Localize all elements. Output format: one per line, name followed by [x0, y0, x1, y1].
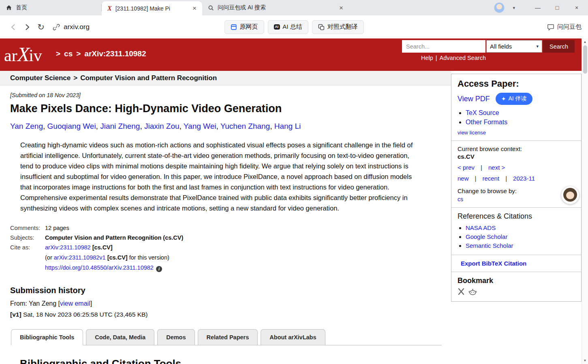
url-text: arxiv.org — [64, 23, 90, 31]
reddit-icon[interactable] — [468, 288, 477, 297]
logo-chi: X — [17, 43, 29, 66]
google-scholar-link[interactable]: Google Scholar — [466, 233, 507, 240]
prev-link[interactable]: < prev — [458, 164, 475, 171]
cite-category-tag: [cs.CV] — [107, 254, 128, 261]
references-heading: References & Citations — [458, 212, 575, 221]
tab-demos[interactable]: Demos — [157, 329, 195, 345]
browser-tabbar: 首页 X [2311.10982] Make Pi × 问问豆包或 AI 搜索 … — [0, 0, 588, 15]
subject-separator: > — [73, 74, 77, 82]
abstract-text: Creating high-dynamic videos such as mot… — [20, 140, 418, 213]
breadcrumb-separator: > — [56, 49, 60, 58]
window-controls: ▾ — □ × — [494, 0, 588, 15]
advanced-search-link[interactable]: Advanced Search — [440, 55, 486, 61]
field-select[interactable]: All fields ▾ — [486, 40, 542, 53]
forward-icon — [23, 23, 32, 32]
breadcrumb-cs-link[interactable]: cs — [64, 49, 73, 58]
paper-metadata: Comments: 12 pages Subjects: Computer Vi… — [10, 224, 434, 274]
info-icon[interactable]: i — [156, 266, 162, 272]
arxiv-logo[interactable]: arXiv — [4, 43, 42, 66]
doi-link[interactable]: https://doi.org/10.48550/arXiv.2311.1098… — [45, 264, 154, 271]
maximize-button[interactable]: □ — [552, 4, 563, 11]
close-window-button[interactable]: × — [571, 4, 582, 11]
help-link[interactable]: Help — [421, 55, 433, 61]
version-label: [v1] — [10, 311, 21, 318]
author-link[interactable]: Jiani Zheng — [100, 122, 140, 130]
nasa-ads-link[interactable]: NASA ADS — [466, 224, 496, 231]
pipe-separator: | — [436, 55, 437, 61]
tex-source-link[interactable]: TeX Source — [466, 109, 499, 116]
arxiv-version-link[interactable]: arXiv:2311.10982v1 — [54, 254, 106, 261]
author-link[interactable]: Jiaxin Zou — [144, 122, 180, 130]
view-license-link[interactable]: view license — [458, 130, 486, 136]
assistant-avatar[interactable] — [561, 186, 579, 204]
arxivlabs-panel: Bibliographic and Citation Tools — [11, 345, 442, 364]
author-link[interactable]: Yan Zeng — [10, 122, 43, 130]
ai-reading-button[interactable]: ✦ AI 伴读 — [496, 93, 532, 105]
side-by-side-translate-button[interactable]: 对照式翻译 — [312, 20, 364, 34]
list-item: Semantic Scholar — [466, 241, 575, 250]
tab-about-arxivlabs[interactable]: About arXivLabs — [261, 329, 325, 345]
page-content: Computer Science > Computer Vision and P… — [0, 71, 588, 364]
tab-code-data-media[interactable]: Code, Data, Media — [86, 329, 154, 345]
tab-doubao-label: 问问豆包或 AI 搜索 — [218, 4, 336, 11]
submission-history-heading: Submission history — [10, 286, 434, 295]
export-bibtex-link[interactable]: Export BibTeX Citation — [458, 260, 526, 267]
scroll-down-icon[interactable]: ▼ — [582, 359, 588, 362]
tab-doubao-search[interactable]: 问问豆包或 AI 搜索 × — [202, 0, 349, 15]
author-link[interactable]: Guoqiang Wei — [47, 122, 96, 130]
tab-close-icon[interactable]: × — [192, 5, 197, 12]
tab-related-papers[interactable]: Related Papers — [198, 329, 258, 345]
tab-bibliographic-tools[interactable]: Bibliographic Tools — [11, 329, 83, 345]
ai-summary-button[interactable]: AI AI 总结 — [267, 20, 308, 34]
tab-home[interactable]: 首页 — [0, 0, 101, 15]
list-item: NASA ADS — [466, 224, 575, 232]
scroll-up-icon[interactable]: ▲ — [582, 40, 588, 44]
tab-arxiv-paper[interactable]: X [2311.10982] Make Pi × — [102, 1, 202, 15]
vertical-scrollbar[interactable]: ▲ ▼ — [582, 38, 588, 364]
author-list: Yan ZengGuoqiang WeiJiani ZhengJiaxin Zo… — [10, 122, 434, 131]
next-link[interactable]: next > — [488, 164, 505, 171]
arxiv-id-link[interactable]: arXiv:2311.10982 — [45, 244, 91, 251]
search-button[interactable]: Search — [543, 40, 575, 53]
original-page-button[interactable]: 原网页 — [224, 20, 264, 34]
recent-link[interactable]: recent — [482, 175, 499, 182]
month-link[interactable]: 2023-11 — [513, 175, 535, 182]
bibsonomy-icon[interactable] — [458, 288, 465, 297]
semantic-scholar-link[interactable]: Semantic Scholar — [466, 242, 513, 249]
address-bar[interactable]: arxiv.org — [53, 23, 90, 31]
view-email-link[interactable]: view email — [60, 300, 90, 307]
new-link[interactable]: new — [458, 175, 469, 182]
cite-line: arXiv:2311.10982 [cs.CV] — [45, 243, 169, 252]
arxiv-header-banner: arXiv > cs > arXiv:2311.10982 All fields… — [0, 38, 588, 71]
author-link[interactable]: Hang Li — [274, 122, 301, 130]
minimize-button[interactable]: — — [532, 4, 543, 11]
tab-arxiv-label: [2311.10982] Make Pi — [115, 5, 189, 12]
pipe-separator: | — [475, 175, 477, 182]
search-input[interactable] — [402, 40, 485, 53]
subject-category: Computer Science — [10, 74, 71, 82]
bookmark-heading: Bookmark — [458, 277, 575, 285]
browse-cs-link[interactable]: cs — [458, 196, 463, 202]
ask-doubao-label: 问问豆包 — [557, 23, 582, 31]
back-button[interactable] — [6, 20, 20, 34]
ask-doubao-button[interactable]: 问问豆包 — [547, 23, 582, 31]
pipe-separator: | — [481, 164, 482, 171]
tab-close-icon[interactable]: × — [339, 4, 343, 11]
reload-button[interactable]: ↻ — [34, 20, 48, 34]
browse-context-value: cs.CV — [458, 153, 575, 160]
subject-header: Computer Science > Computer Vision and P… — [0, 71, 451, 85]
author-link[interactable]: Yuchen Zhang — [220, 122, 270, 130]
forward-button[interactable] — [20, 20, 34, 34]
subjects-value: Computer Vision and Pattern Recognition … — [45, 234, 183, 242]
original-page-label: 原网页 — [239, 23, 258, 31]
comments-value: 12 pages — [45, 224, 69, 232]
author-link[interactable]: Yang Wei — [184, 122, 216, 130]
translate-label: 对照式翻译 — [327, 23, 358, 31]
chevron-down-icon[interactable]: ▾ — [513, 5, 515, 11]
profile-avatar[interactable] — [494, 2, 505, 13]
breadcrumb-separator: > — [76, 49, 81, 58]
view-pdf-link[interactable]: View PDF — [458, 95, 490, 103]
subject-subcategory: Computer Vision and Pattern Recognition — [80, 74, 217, 82]
scrollbar-thumb[interactable] — [583, 45, 587, 74]
other-formats-link[interactable]: Other Formats — [466, 119, 507, 126]
